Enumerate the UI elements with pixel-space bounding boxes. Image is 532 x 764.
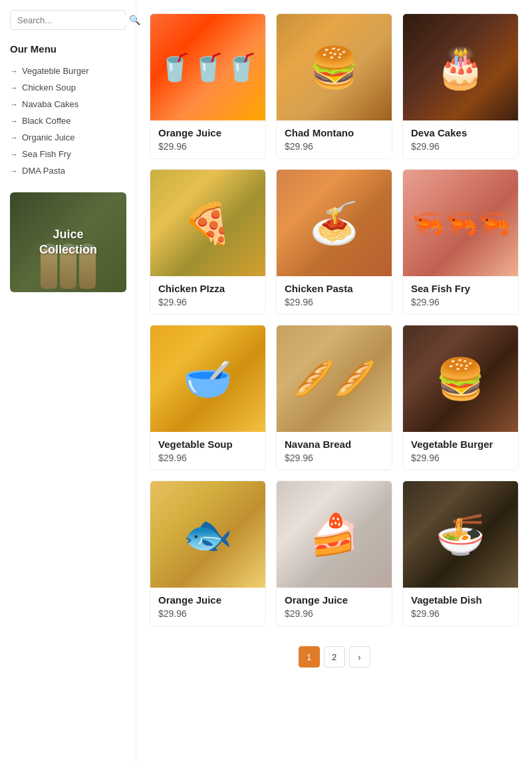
product-card-vsoup[interactable]: Vegetable Soup $29.96	[150, 325, 266, 471]
product-image-chad	[277, 14, 392, 120]
food-emoji-vsoup	[150, 325, 265, 432]
product-price-chad: $29.96	[285, 141, 384, 152]
sidebar-item-organic-juice[interactable]: →Organic Juice	[10, 129, 126, 146]
product-name-deva: Deva Cakes	[411, 127, 510, 138]
sidebar-item-black-coffee[interactable]: →Black Coffee	[10, 112, 126, 129]
product-card-vburger[interactable]: Vegetable Burger $29.96	[402, 325, 519, 471]
product-card-oj3[interactable]: Orange Juice $29.96	[276, 480, 392, 626]
product-info-vdish: Vagetable Dish $29.96	[403, 588, 518, 626]
food-emoji-oj1	[150, 14, 265, 120]
product-info-seafish: Sea Fish Fry $29.96	[403, 276, 518, 314]
product-card-seafish[interactable]: Sea Fish Fry $29.96	[402, 169, 519, 315]
product-info-cpasta: Chicken Pasta $29.96	[277, 276, 392, 314]
menu-title: Our Menu	[10, 43, 126, 55]
food-emoji-cpizza	[150, 170, 265, 276]
product-price-vdish: $29.96	[411, 608, 510, 619]
arrow-icon: →	[10, 133, 18, 142]
arrow-icon: →	[10, 116, 18, 126]
product-info-vsoup: Vegetable Soup $29.96	[150, 432, 265, 470]
product-grid: Orange Juice $29.96 Chad Montano $29.96 …	[150, 13, 519, 626]
menu-list: →Vegateble Burger→Chicken Soup→Navaba Ca…	[10, 63, 126, 179]
product-card-nbread[interactable]: Navana Bread $29.96	[276, 325, 392, 471]
product-image-oj2	[150, 481, 265, 588]
product-price-vburger: $29.96	[411, 453, 510, 463]
menu-item-label: Sea Fish Fry	[22, 149, 71, 159]
product-price-oj2: $29.96	[158, 608, 257, 619]
food-emoji-oj3	[277, 481, 392, 588]
juice-banner[interactable]: Juice Collection	[10, 192, 126, 292]
product-price-oj3: $29.96	[285, 608, 384, 619]
product-price-deva: $29.96	[411, 141, 510, 152]
product-card-oj1[interactable]: Orange Juice $29.96	[150, 13, 266, 159]
product-price-cpasta: $29.96	[285, 297, 384, 307]
food-emoji-chad	[277, 14, 392, 120]
food-emoji-vburger	[403, 325, 518, 432]
search-input[interactable]	[17, 15, 129, 25]
sidebar-item-vegatable-burger[interactable]: →Vegateble Burger	[10, 63, 126, 79]
arrow-icon: →	[10, 100, 18, 109]
product-name-nbread: Navana Bread	[285, 439, 384, 450]
food-emoji-seafish	[403, 170, 518, 276]
product-name-cpizza: Chicken PIzza	[158, 283, 257, 294]
page-btn-2[interactable]: 2	[324, 646, 345, 668]
menu-item-label: Black Coffee	[22, 116, 70, 126]
product-name-oj2: Orange Juice	[158, 594, 257, 606]
product-info-oj1: Orange Juice $29.96	[150, 120, 265, 158]
juice-banner-text: Juice Collection	[39, 227, 97, 258]
product-card-chad[interactable]: Chad Montano $29.96	[276, 13, 392, 159]
product-name-vdish: Vagetable Dish	[411, 594, 510, 606]
product-info-oj3: Orange Juice $29.96	[277, 588, 392, 626]
food-emoji-nbread	[277, 325, 392, 432]
product-price-vsoup: $29.96	[158, 453, 257, 463]
product-image-oj3	[277, 481, 392, 588]
arrow-icon: →	[10, 150, 18, 159]
arrow-icon: →	[10, 67, 18, 76]
product-card-cpizza[interactable]: Chicken PIzza $29.96	[150, 169, 266, 315]
menu-item-label: Organic Juice	[22, 132, 74, 142]
pagination: 12›	[150, 646, 519, 681]
product-image-vsoup	[150, 325, 265, 432]
product-image-nbread	[277, 325, 392, 432]
product-price-seafish: $29.96	[411, 297, 510, 307]
product-name-seafish: Sea Fish Fry	[411, 283, 510, 294]
sidebar: 🔍 Our Menu →Vegateble Burger→Chicken Sou…	[0, 0, 136, 764]
product-name-vburger: Vegetable Burger	[411, 439, 510, 450]
product-info-vburger: Vegetable Burger $29.96	[403, 432, 518, 470]
product-name-vsoup: Vegetable Soup	[158, 439, 257, 450]
product-name-chad: Chad Montano	[285, 127, 384, 138]
search-bar: 🔍	[10, 10, 126, 30]
arrow-icon: →	[10, 166, 18, 176]
page-btn-1[interactable]: 1	[299, 646, 320, 668]
food-emoji-cpasta	[277, 170, 392, 276]
product-card-cpasta[interactable]: Chicken Pasta $29.96	[276, 169, 392, 315]
food-emoji-deva	[403, 14, 518, 120]
product-name-cpasta: Chicken Pasta	[285, 283, 384, 294]
food-emoji-vdish	[403, 481, 518, 588]
sidebar-item-navaba-cakes[interactable]: →Navaba Cakes	[10, 96, 126, 112]
product-image-oj1	[150, 14, 265, 120]
product-image-cpasta	[277, 170, 392, 276]
product-card-oj2[interactable]: Orange Juice $29.96	[150, 480, 266, 626]
app-layout: 🔍 Our Menu →Vegateble Burger→Chicken Sou…	[0, 0, 532, 764]
product-info-cpizza: Chicken PIzza $29.96	[150, 276, 265, 314]
product-card-vdish[interactable]: Vagetable Dish $29.96	[402, 480, 519, 626]
product-info-chad: Chad Montano $29.96	[277, 120, 392, 158]
product-info-oj2: Orange Juice $29.96	[150, 588, 265, 626]
product-name-oj1: Orange Juice	[158, 127, 257, 138]
product-image-cpizza	[150, 170, 265, 276]
arrow-icon: →	[10, 83, 18, 93]
product-info-nbread: Navana Bread $29.96	[277, 432, 392, 470]
sidebar-item-dma-pasta[interactable]: →DMA Pasta	[10, 162, 126, 179]
menu-item-label: DMA Pasta	[22, 166, 65, 176]
menu-item-label: Vegateble Burger	[22, 66, 88, 76]
product-price-nbread: $29.96	[285, 453, 384, 463]
product-card-deva[interactable]: Deva Cakes $29.96	[402, 13, 519, 159]
food-emoji-oj2	[150, 481, 265, 588]
product-image-vburger	[403, 325, 518, 432]
product-image-vdish	[403, 481, 518, 588]
pagination-next-button[interactable]: ›	[349, 646, 370, 668]
product-info-deva: Deva Cakes $29.96	[403, 120, 518, 158]
menu-item-label: Chicken Soup	[22, 83, 76, 93]
sidebar-item-chicken-soup[interactable]: →Chicken Soup	[10, 79, 126, 96]
sidebar-item-sea-fish-fry[interactable]: →Sea Fish Fry	[10, 146, 126, 162]
